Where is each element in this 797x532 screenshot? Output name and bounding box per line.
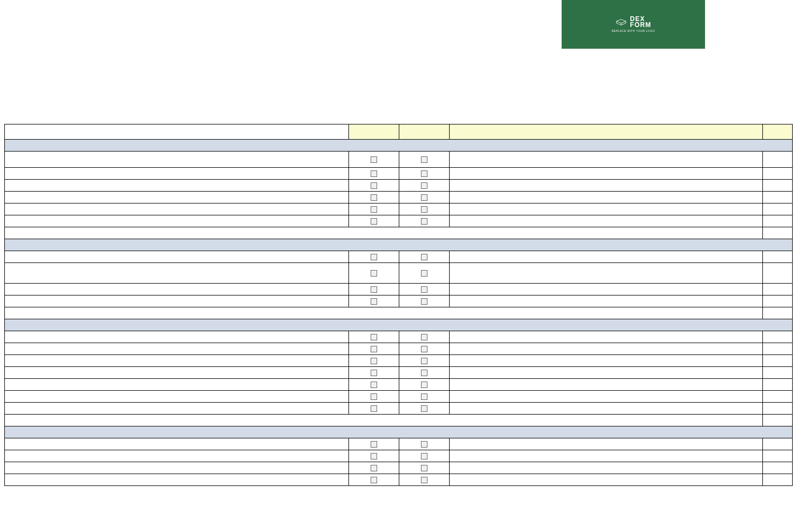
checkbox-yes[interactable]: [371, 370, 377, 376]
checkbox-no[interactable]: [421, 346, 427, 352]
init-cell[interactable]: [762, 331, 792, 343]
checkbox-yes[interactable]: [371, 453, 377, 459]
comments-cell[interactable]: [449, 152, 762, 168]
checkbox-yes[interactable]: [371, 286, 377, 293]
checkbox-yes[interactable]: [371, 254, 377, 260]
checkbox-no[interactable]: [421, 393, 427, 400]
checkbox-yes[interactable]: [371, 218, 377, 225]
checkbox-no[interactable]: [421, 405, 427, 412]
checklist-table-wrap: [4, 124, 793, 486]
comments-cell[interactable]: [449, 438, 762, 450]
checkbox-yes[interactable]: [371, 270, 377, 277]
checkbox-no[interactable]: [421, 370, 427, 376]
checkbox-no[interactable]: [421, 298, 427, 305]
checkbox-no[interactable]: [421, 270, 427, 277]
no-cell: [399, 450, 450, 462]
section-title: [5, 239, 793, 251]
comments-cell[interactable]: [449, 391, 762, 403]
checkbox-no[interactable]: [421, 358, 427, 364]
checkbox-no[interactable]: [421, 156, 427, 163]
no-cell: [399, 215, 450, 227]
spacer-cell: [5, 227, 763, 239]
row-label: [5, 438, 349, 450]
no-cell: [399, 331, 450, 343]
checkbox-yes[interactable]: [371, 405, 377, 412]
table-row: [5, 168, 793, 180]
init-cell[interactable]: [762, 391, 792, 403]
checkbox-no[interactable]: [421, 194, 427, 201]
comments-cell[interactable]: [449, 295, 762, 307]
init-cell[interactable]: [762, 263, 792, 284]
checkbox-yes[interactable]: [371, 465, 377, 471]
no-cell: [399, 168, 450, 180]
checkbox-yes[interactable]: [371, 156, 377, 163]
checkbox-no[interactable]: [421, 453, 427, 459]
init-cell[interactable]: [762, 438, 792, 450]
row-label: [5, 203, 349, 215]
table-row: [5, 462, 793, 474]
comments-cell[interactable]: [449, 462, 762, 474]
init-cell[interactable]: [762, 379, 792, 391]
checkbox-no[interactable]: [421, 286, 427, 293]
comments-cell[interactable]: [449, 215, 762, 227]
init-cell[interactable]: [762, 474, 792, 486]
checkbox-yes[interactable]: [371, 477, 377, 483]
row-label: [5, 355, 349, 367]
checkbox-yes[interactable]: [371, 393, 377, 400]
checkbox-no[interactable]: [421, 170, 427, 177]
init-cell[interactable]: [762, 180, 792, 192]
comments-cell[interactable]: [449, 355, 762, 367]
comments-cell[interactable]: [449, 367, 762, 379]
checkbox-yes[interactable]: [371, 382, 377, 388]
checkbox-yes[interactable]: [371, 298, 377, 305]
checkbox-yes[interactable]: [371, 346, 377, 352]
row-label: [5, 168, 349, 180]
comments-cell[interactable]: [449, 284, 762, 295]
comments-cell[interactable]: [449, 474, 762, 486]
checkbox-no[interactable]: [421, 182, 427, 189]
comments-cell[interactable]: [449, 379, 762, 391]
init-cell[interactable]: [762, 192, 792, 203]
row-label: [5, 379, 349, 391]
init-cell[interactable]: [762, 215, 792, 227]
checkbox-yes[interactable]: [371, 358, 377, 364]
checkbox-yes[interactable]: [371, 206, 377, 213]
checkbox-yes[interactable]: [371, 441, 377, 448]
checkbox-no[interactable]: [421, 254, 427, 260]
init-cell[interactable]: [762, 343, 792, 355]
init-cell[interactable]: [762, 450, 792, 462]
init-cell[interactable]: [762, 251, 792, 263]
comments-cell[interactable]: [449, 192, 762, 203]
comments-cell[interactable]: [449, 343, 762, 355]
checkbox-yes[interactable]: [371, 182, 377, 189]
checkbox-yes[interactable]: [371, 334, 377, 340]
checkbox-no[interactable]: [421, 206, 427, 213]
comments-cell[interactable]: [449, 450, 762, 462]
comments-cell[interactable]: [449, 403, 762, 415]
init-cell[interactable]: [762, 284, 792, 295]
init-cell[interactable]: [762, 367, 792, 379]
init-cell[interactable]: [762, 462, 792, 474]
comments-cell[interactable]: [449, 203, 762, 215]
table-row: [5, 203, 793, 215]
checkbox-no[interactable]: [421, 477, 427, 483]
checkbox-no[interactable]: [421, 218, 427, 225]
comments-cell[interactable]: [449, 263, 762, 284]
init-cell[interactable]: [762, 203, 792, 215]
checkbox-yes[interactable]: [371, 194, 377, 201]
comments-cell[interactable]: [449, 331, 762, 343]
checkbox-no[interactable]: [421, 382, 427, 388]
comments-cell[interactable]: [449, 180, 762, 192]
init-cell[interactable]: [762, 168, 792, 180]
checkbox-yes[interactable]: [371, 170, 377, 177]
checkbox-no[interactable]: [421, 334, 427, 340]
init-cell[interactable]: [762, 152, 792, 168]
init-cell[interactable]: [762, 295, 792, 307]
comments-cell[interactable]: [449, 251, 762, 263]
checkbox-no[interactable]: [421, 465, 427, 471]
init-cell[interactable]: [762, 355, 792, 367]
checkbox-no[interactable]: [421, 441, 427, 448]
table-row: [5, 251, 793, 263]
init-cell[interactable]: [762, 403, 792, 415]
comments-cell[interactable]: [449, 168, 762, 180]
